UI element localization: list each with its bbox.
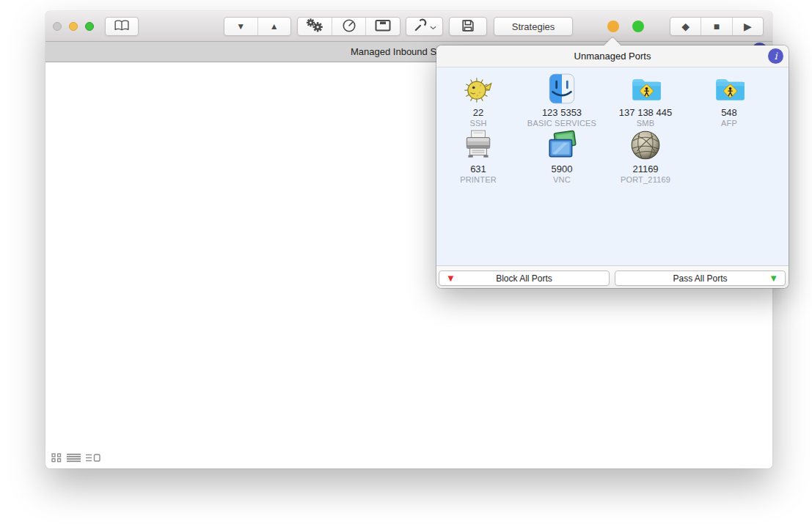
book-icon — [114, 20, 130, 34]
move-down-button[interactable]: ▼ — [224, 18, 257, 35]
port-service-name: PRINTER — [436, 175, 520, 185]
network-globe-icon — [629, 128, 662, 162]
port-item-printer[interactable]: 631 PRINTER — [436, 128, 520, 185]
popover-title: Unmanaged Ports — [436, 45, 789, 67]
unmanaged-ports-popover: Unmanaged Ports i — [436, 45, 789, 288]
port-numbers: 631 — [436, 163, 520, 174]
detail-view-icon[interactable] — [86, 453, 100, 463]
ethernet-port-icon — [374, 18, 392, 35]
port-service-name: SSH — [436, 119, 520, 128]
port-row: 22 SSH 123 5353 BASIC SERVIC — [436, 72, 789, 128]
close-button[interactable] — [53, 22, 62, 31]
monitor-gauge-button[interactable] — [332, 18, 366, 35]
block-all-ports-label: Block All Ports — [496, 273, 552, 284]
shared-folder-icon — [712, 72, 746, 106]
screenshot-stage: ▼ ▲ — [0, 0, 812, 530]
port-service-name: PORT_21169 — [604, 175, 687, 185]
port-service-name: BASIC SERVICES — [520, 119, 604, 128]
info-button[interactable]: i — [768, 48, 783, 64]
network-interface-button[interactable] — [365, 18, 400, 35]
minimize-button[interactable] — [69, 22, 78, 31]
firewall-control-segmented: ◆ ■ ▶ — [670, 17, 764, 36]
finder-icon — [545, 72, 579, 106]
port-numbers: 548 — [687, 107, 771, 118]
popover-header: Unmanaged Ports i — [436, 45, 789, 67]
gears-icon — [306, 18, 323, 34]
pass-all-ports-button[interactable]: Pass All Ports ▼ — [615, 270, 786, 286]
play-icon: ▶ — [744, 21, 752, 32]
options-gears-button[interactable] — [298, 18, 332, 35]
screen-sharing-icon — [545, 128, 579, 162]
port-item-vnc[interactable]: 5900 VNC — [520, 128, 604, 185]
stop-square-icon: ■ — [714, 21, 720, 32]
tools-segmented-control — [297, 17, 400, 36]
port-numbers: 137 138 445 — [604, 107, 687, 118]
port-row: 631 PRINTER — [436, 128, 789, 185]
status-light-green-icon[interactable] — [632, 21, 644, 32]
port-item-21169[interactable]: 21169 PORT_21169 — [604, 128, 687, 185]
popover-footer: ▼ Block All Ports Pass All Ports ▼ — [436, 265, 789, 288]
status-light-yellow-icon[interactable] — [607, 21, 619, 32]
move-up-button[interactable]: ▲ — [257, 18, 291, 35]
triangle-up-icon: ▲ — [270, 22, 279, 31]
shared-folder-icon — [629, 72, 662, 106]
start-button[interactable]: ▶ — [732, 18, 763, 35]
zoom-button[interactable] — [85, 22, 94, 31]
port-numbers: 5900 — [520, 163, 604, 174]
wrench-icon — [413, 18, 427, 34]
pause-button[interactable]: ◆ — [670, 18, 701, 35]
ports-grid: 22 SSH 123 5353 BASIC SERVIC — [436, 67, 789, 265]
pass-triangle-icon: ▼ — [769, 273, 778, 282]
printer-icon — [461, 128, 495, 162]
gauge-icon — [342, 18, 356, 35]
port-numbers: 21169 — [604, 163, 687, 174]
port-item-ssh[interactable]: 22 SSH — [436, 72, 520, 128]
block-all-ports-button[interactable]: ▼ Block All Ports — [439, 270, 610, 286]
bookmarks-button[interactable] — [105, 17, 139, 36]
pufferfish-icon — [461, 72, 495, 106]
port-item-smb[interactable]: 137 138 445 SMB — [604, 72, 687, 128]
stop-button[interactable]: ■ — [701, 18, 731, 35]
port-numbers: 123 5353 — [520, 107, 604, 118]
tools-dropdown-button[interactable] — [406, 17, 443, 36]
traffic-lights — [53, 22, 94, 31]
port-item-basic-services[interactable]: 123 5353 BASIC SERVICES — [520, 72, 604, 128]
list-view-icon[interactable] — [67, 453, 81, 463]
port-service-name: SMB — [604, 119, 687, 128]
port-service-name: VNC — [520, 175, 604, 185]
block-triangle-icon: ▼ — [446, 273, 456, 282]
view-mode-switcher — [51, 453, 100, 463]
pass-all-ports-label: Pass All Ports — [673, 273, 727, 284]
toolbar: ▼ ▲ — [45, 11, 772, 42]
port-numbers: 22 — [436, 107, 520, 118]
chevron-down-icon — [430, 21, 436, 32]
save-button[interactable] — [449, 17, 487, 36]
strategies-button[interactable]: Strategies — [494, 17, 573, 36]
panel-title: Managed Inbound S — [351, 46, 436, 57]
triangle-down-icon: ▼ — [236, 22, 245, 31]
port-item-afp[interactable]: 548 AFP — [687, 72, 771, 128]
grid-view-icon[interactable] — [51, 453, 62, 463]
port-service-name: AFP — [687, 119, 771, 128]
diamond-icon: ◆ — [681, 21, 690, 32]
floppy-disk-icon — [461, 18, 475, 35]
move-segmented-control: ▼ ▲ — [224, 17, 291, 36]
